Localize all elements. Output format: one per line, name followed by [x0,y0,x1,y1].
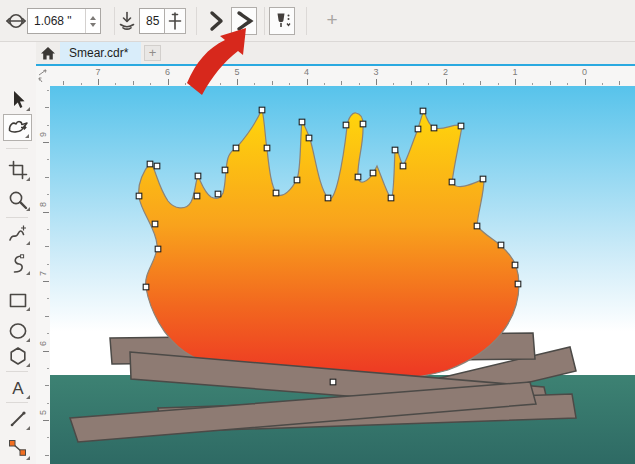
ruler-tick [307,79,308,85]
curve-node[interactable] [299,119,305,125]
tool-connector[interactable] [3,435,32,462]
connector-tool-icon [7,438,29,460]
curve-node[interactable] [233,145,239,151]
overflow-plus-button[interactable]: + [321,8,343,34]
ruler-number: 5 [234,67,239,77]
nib-radius-input[interactable]: 1.068 " [27,8,101,34]
curve-node[interactable] [259,107,265,113]
spinner-up-icon[interactable] [90,16,96,20]
curve-node[interactable] [154,163,160,169]
drawing-canvas[interactable] [50,86,635,464]
tool-zoom[interactable] [3,186,32,213]
curve-node[interactable] [415,126,421,132]
tab-smear-document[interactable]: Smear.cdr* [60,42,141,64]
separator [196,7,197,35]
curve-node[interactable] [343,122,349,128]
tool-ellipse[interactable] [3,317,32,344]
svg-text:A: A [12,379,24,398]
ruler-origin[interactable] [36,66,50,86]
curve-node[interactable] [143,284,149,290]
curve-node[interactable] [360,121,366,127]
ruler-number: 8 [37,201,47,206]
ruler-tick [550,81,551,85]
ruler-number: 9 [37,132,47,137]
curve-node[interactable] [222,167,228,173]
ruler-tick [47,229,49,230]
ruler-tick [47,333,49,334]
curve-node[interactable] [264,145,270,151]
tool-curve[interactable] [3,250,32,277]
tool-rectangle[interactable] [3,286,32,313]
ruler-tick [45,107,49,108]
app-window: 1.068 " 85 [0,0,635,464]
ruler-tick [43,212,49,213]
curve-node[interactable] [273,190,279,196]
tool-smear[interactable] [3,114,32,141]
curve-node[interactable] [355,174,361,180]
curve-node[interactable] [420,108,426,114]
pointy-smear-icon [232,8,256,34]
curve-node[interactable] [498,242,504,248]
new-tab-button[interactable]: + [144,45,161,61]
home-button[interactable] [36,42,60,64]
ruler-number: 6 [37,340,47,345]
curve-node[interactable] [215,191,221,197]
curve-node[interactable] [306,135,312,141]
ruler-tick [254,83,255,85]
smooth-smear-button[interactable] [202,7,229,35]
freehand-tool-icon [7,223,29,245]
tab-label: Smear.cdr* [69,46,128,60]
curve-node[interactable] [458,123,464,129]
pen-tilt-icon [271,10,293,32]
rate-input[interactable]: 85 [139,8,165,34]
tool-polygon[interactable] [3,342,32,369]
ruler-tick [43,351,49,352]
curve-node[interactable] [330,379,336,385]
curve-node[interactable] [325,195,331,201]
curve-node[interactable] [152,221,158,227]
ruler-number: 7 [37,271,47,276]
curve-node[interactable] [195,173,201,179]
ruler-tick [43,420,49,421]
tool-freehand[interactable] [3,220,32,247]
curve-node[interactable] [194,193,200,199]
curve-node[interactable] [512,262,518,268]
nib-radius-spinner[interactable] [85,9,100,33]
tool-line[interactable] [3,405,32,432]
separator [6,402,28,403]
curve-node[interactable] [515,281,521,287]
ruler-tick [446,79,447,85]
ruler-tick [45,385,49,386]
curve-node[interactable] [370,170,376,176]
curve-node[interactable] [400,163,406,169]
tool-text[interactable]: A [3,374,32,401]
tool-pick[interactable] [3,86,32,113]
curve-node[interactable] [136,193,142,199]
curve-node[interactable] [155,246,161,252]
curve-node[interactable] [431,125,437,131]
pointy-smear-button[interactable] [231,7,257,35]
curve-node[interactable] [449,179,455,185]
pick-tool-icon [7,89,29,111]
curve-node[interactable] [474,223,480,229]
ruler-tick [515,79,516,85]
nib-options-button[interactable] [269,7,295,35]
separator [6,371,28,372]
ruler-tick [359,83,360,85]
property-bar: 1.068 " 85 [0,0,635,42]
tool-crop[interactable] [3,156,32,183]
ruler-number: 6 [165,67,170,77]
dry-out-icon [116,10,138,32]
curve-node[interactable] [388,195,394,201]
ruler-tick [47,194,49,195]
ruler-number: 2 [443,67,448,77]
curve-node[interactable] [392,147,398,153]
curve-node[interactable] [480,176,486,182]
ruler-tick [463,83,464,85]
curve-node[interactable] [147,161,153,167]
spinner-down-icon[interactable] [90,23,96,27]
separator [306,7,307,35]
ruler-tick [47,298,49,299]
pen-pressure-button[interactable] [164,8,186,34]
curve-node[interactable] [294,177,300,183]
